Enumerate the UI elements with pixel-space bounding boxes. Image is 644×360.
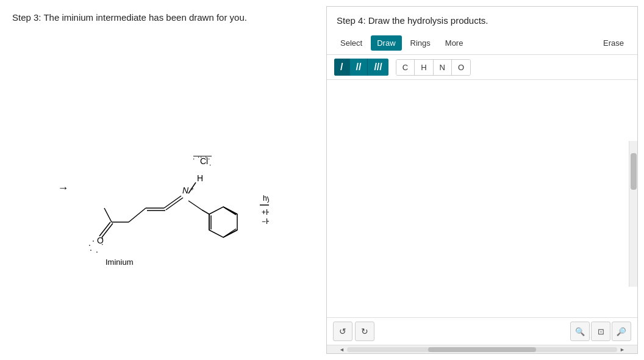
step4-title: Step 4: Draw the hydrolysis products. — [327, 7, 637, 32]
svg-text:·: · — [90, 245, 92, 254]
bottom-left-buttons: ↺ ↻ — [333, 322, 374, 341]
fit-icon: ⊡ — [598, 327, 604, 336]
vertical-scrollbar[interactable] — [629, 141, 637, 287]
step3-title: Step 3: The iminium intermediate has bee… — [12, 12, 314, 23]
svg-text:Iminium: Iminium — [106, 257, 134, 267]
svg-line-26 — [225, 229, 236, 236]
svg-text:·: · — [198, 153, 199, 161]
single-bond-button[interactable]: / — [334, 59, 349, 76]
redo-icon: ↻ — [361, 326, 368, 336]
drawing-toolbar: Select Draw Rings More Erase — [327, 32, 637, 55]
more-button[interactable]: More — [439, 35, 470, 51]
bond-group: / // /// — [334, 59, 388, 76]
svg-text:·: · — [209, 160, 211, 169]
bottom-right-buttons: 🔍 ⊡ 🔍 — [570, 322, 631, 341]
zoom-out-icon: 🔍 — [617, 327, 626, 336]
scroll-right-arrow[interactable]: ► — [617, 347, 628, 353]
molecule-svg: · · O · · · · N + — [74, 103, 269, 274]
svg-line-11 — [129, 208, 146, 222]
h-scrollbar-thumb[interactable] — [428, 347, 536, 352]
select-button[interactable]: Select — [334, 35, 368, 51]
undo-button[interactable]: ↺ — [333, 322, 352, 341]
svg-line-25 — [225, 208, 236, 215]
bottom-toolbar: ↺ ↻ 🔍 ⊡ 🔍 — [327, 317, 637, 345]
svg-text:·: · — [101, 239, 104, 248]
redo-button[interactable]: ↻ — [355, 322, 374, 341]
svg-text:−HCl: −HCl — [262, 217, 269, 226]
svg-text:H: H — [197, 173, 203, 183]
svg-line-20 — [188, 201, 202, 210]
drawing-canvas[interactable] — [327, 80, 637, 317]
svg-text:N: N — [182, 185, 189, 195]
double-bond-button[interactable]: // — [350, 59, 368, 76]
bond-element-toolbar: / // /// C H N O — [327, 55, 637, 80]
svg-text:·: · — [193, 154, 195, 163]
hydrogen-button[interactable]: H — [415, 60, 433, 75]
left-panel: Step 3: The iminium intermediate has bee… — [0, 0, 326, 360]
intro-arrow: → — [58, 182, 69, 195]
scrollbar-track — [347, 347, 617, 352]
svg-line-15 — [166, 198, 183, 210]
scroll-left-arrow[interactable]: ◄ — [337, 347, 347, 353]
nitrogen-button[interactable]: N — [434, 60, 452, 75]
oxygen-button[interactable]: O — [452, 60, 470, 75]
erase-button[interactable]: Erase — [597, 35, 630, 51]
zoom-out-button[interactable]: 🔍 — [612, 322, 631, 341]
svg-marker-21 — [209, 207, 237, 237]
fit-button[interactable]: ⊡ — [591, 322, 610, 341]
rings-button[interactable]: Rings — [404, 35, 437, 51]
svg-text:·: · — [200, 153, 202, 161]
draw-button[interactable]: Draw — [371, 35, 401, 51]
zoom-in-icon: 🔍 — [575, 327, 585, 336]
undo-icon: ↺ — [339, 326, 346, 336]
svg-line-28 — [202, 210, 209, 214]
horizontal-scrollbar[interactable]: ◄ ► — [327, 345, 637, 353]
svg-text:·: · — [96, 247, 98, 256]
carbon-button[interactable]: C — [396, 60, 415, 75]
svg-line-14 — [164, 196, 181, 208]
svg-line-10 — [104, 208, 112, 222]
svg-text:+H₂O: +H₂O — [262, 208, 269, 217]
triple-bond-button[interactable]: /// — [368, 59, 388, 76]
zoom-in-button[interactable]: 🔍 — [570, 322, 590, 341]
right-panel: Step 4: Draw the hydrolysis products. Se… — [326, 6, 638, 354]
svg-text:·: · — [92, 236, 95, 245]
svg-text:hydrolysis: hydrolysis — [263, 194, 269, 203]
molecule-area: → · · O · · · · — [12, 35, 314, 360]
svg-text:·: · — [205, 153, 207, 161]
element-group: C H N O — [396, 59, 471, 76]
scrollbar-thumb[interactable] — [631, 153, 637, 190]
